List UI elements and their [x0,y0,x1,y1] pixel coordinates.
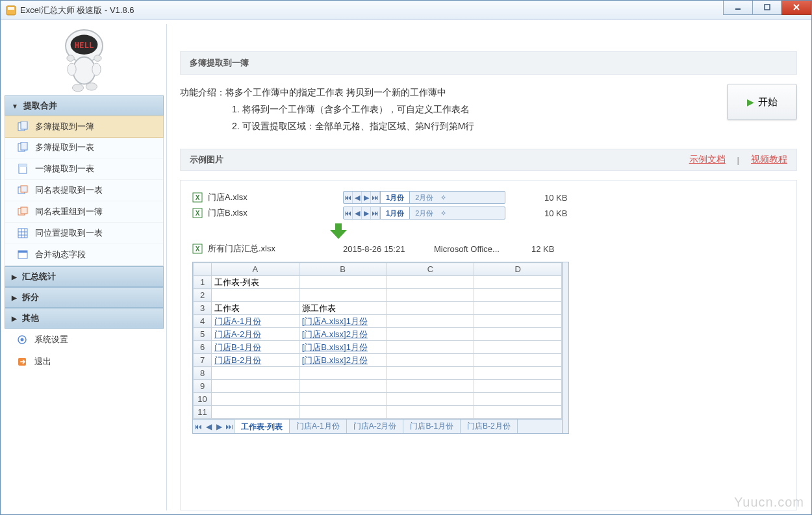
sheet-nav-next[interactable]: ▶ [214,422,224,431]
svg-point-12 [68,63,76,75]
titlebar[interactable]: Excel汇总大师 极速版 - V1.8.6 [1,1,811,20]
sheet-tab-strip: ⏮◀▶⏭ 1月份2月份 ✧ [343,191,505,204]
svg-text:X: X [196,210,200,217]
panel-heading: 多簿提取到一簿 [180,51,797,75]
svg-point-11 [73,57,95,84]
sheet-tab-strip: ⏮◀▶⏭ 1月份2月份 ✧ [343,207,505,220]
svg-rect-17 [21,121,27,129]
sheet-tab[interactable]: 工作表-列表 [234,420,290,433]
watermark: Yuucn.com [734,495,804,510]
grid-icon [17,227,29,239]
example-image-area: X 门店A.xlsx ⏮◀▶⏭ 1月份2月份 ✧ 10 KBX 门店B.xlsx… [180,180,797,510]
svg-rect-23 [21,186,27,192]
nav-settings[interactable]: 系统设置 [5,329,164,351]
example-doc-link[interactable]: 示例文档 [689,154,726,166]
nav-samepos-to-sheet[interactable]: 同位置提取到一表 [5,223,163,244]
sheet-icon [17,184,29,196]
excel-icon: X [192,244,203,254]
svg-rect-19 [21,142,27,150]
file-row: X 门店A.xlsx ⏮◀▶⏭ 1月份2月份 ✧ 10 KB [192,190,785,205]
workbook-tab[interactable]: 1月份 [380,192,409,203]
nav-multi-to-one-book[interactable]: 多簿提取到一簿 [5,116,164,138]
nav-list-extract: 多簿提取到一簿 多簿提取到一表 一簿提取到一表 同名表提取到一表 同名表重组到一… [5,116,164,266]
svg-rect-25 [21,207,27,214]
group-extract-merge[interactable]: ▼ 提取合并 [5,95,164,116]
excel-icon: X [192,208,203,218]
svg-point-10 [94,55,101,61]
group-split[interactable]: ▶拆分 [5,287,164,308]
sheet-tab[interactable]: 门店A-1月份 [289,420,347,433]
minimize-button[interactable] [723,1,753,15]
svg-text:HELL: HELL [75,41,94,50]
svg-rect-21 [19,164,27,167]
spreadsheet-preview: ABCD1工作表-列表23工作表源工作表4门店A-1月份[门店A.xlsx]1月… [192,262,569,434]
svg-point-9 [67,55,74,61]
nav-multi-to-one-sheet[interactable]: 多簿提取到一表 [5,137,163,158]
nav-samename-to-sheet[interactable]: 同名表提取到一表 [5,180,163,201]
sheet-nav-last[interactable]: ⏭ [224,422,235,431]
svg-text:X: X [196,245,200,253]
main-panel: 多簿提取到一簿 功能介绍：将多个工作薄中的指定工作表 拷贝到一个新的工作薄中 1… [166,24,807,510]
sheet-tab[interactable]: 门店B-1月份 [403,420,461,433]
workbook-tab[interactable]: 2月份 [409,192,438,203]
nav-samename-to-book[interactable]: 同名表重组到一簿 [5,201,163,223]
example-bar: 示例图片 示例文档 | 视频教程 [180,149,797,171]
svg-text:X: X [196,194,200,201]
exit-icon [16,356,28,368]
sheet-nav-prev[interactable]: ◀ [203,422,214,431]
vertical-scrollbar[interactable] [562,262,568,433]
svg-rect-26 [18,229,27,238]
svg-point-14 [72,84,83,91]
arrow-down-icon [329,223,348,239]
workbook-tab[interactable]: 1月份 [380,207,409,219]
chevron-right-icon: ▶ [12,294,17,301]
sheet-icon [17,163,29,175]
sheet-icon [17,142,29,153]
sheet-icon [17,206,29,218]
nav-merge-dynamic[interactable]: 合并动态字段 [5,244,163,266]
group-other[interactable]: ▶其他 [5,308,164,329]
intro-text: 功能介绍：将多个工作薄中的指定工作表 拷贝到一个新的工作薄中 1. 将得到一个工… [180,84,715,134]
gear-icon [16,334,28,345]
chevron-down-icon: ▼ [12,103,18,110]
app-icon [6,5,16,16]
play-icon: ▶ [747,97,754,107]
nav-one-to-one-sheet[interactable]: 一簿提取到一表 [5,158,163,180]
chevron-right-icon: ▶ [12,273,17,281]
svg-point-15 [86,82,97,90]
svg-point-34 [21,338,24,342]
result-file-row: X 所有门店汇总.xlsx 2015-8-26 15:21 Microsoft … [192,241,785,257]
nav-exit[interactable]: 退出 [5,351,164,373]
close-button[interactable] [781,1,811,15]
app-window: Excel汇总大师 极速版 - V1.8.6 HELL [0,0,812,515]
sheet-tab[interactable]: 门店A-2月份 [346,420,404,433]
file-row: X 门店B.xlsx ⏮◀▶⏭ 1月份2月份 ✧ 10 KB [192,205,785,221]
svg-rect-1 [8,7,14,10]
window-title: Excel汇总大师 极速版 - V1.8.6 [20,5,724,16]
chevron-right-icon: ▶ [12,315,17,322]
svg-point-13 [92,63,101,75]
video-tutorial-link[interactable]: 视频教程 [751,154,787,166]
sheet-tab[interactable]: 门店B-2月份 [460,420,518,433]
sheet-nav-first[interactable]: ⏮ [193,422,203,431]
maximize-button[interactable] [752,1,782,15]
sheet-icon [17,121,29,132]
robot-logo: HELL [5,24,164,95]
sidebar: HELL ▼ 提取合并 多簿提取到一簿 多簿提取到一表 一簿提取到一表 同 [5,24,164,510]
workbook-tab[interactable]: 2月份 [409,207,438,219]
table-icon [17,249,29,260]
excel-icon: X [192,192,203,203]
group-summary[interactable]: ▶汇总统计 [5,266,164,287]
svg-rect-32 [18,251,27,253]
start-button[interactable]: ▶ 开始 [727,84,797,120]
svg-rect-3 [765,5,770,10]
